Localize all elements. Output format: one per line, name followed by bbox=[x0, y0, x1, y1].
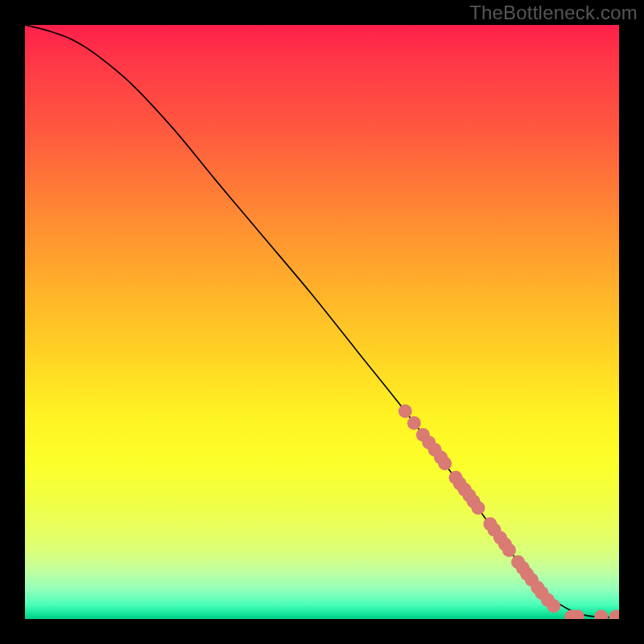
sample-point bbox=[438, 456, 452, 470]
sample-point bbox=[407, 416, 421, 430]
sample-point bbox=[609, 610, 619, 619]
sample-point bbox=[594, 610, 608, 619]
sample-point bbox=[472, 501, 485, 514]
sample-point bbox=[502, 543, 516, 557]
bottleneck-curve bbox=[25, 25, 619, 617]
chart-svg bbox=[25, 25, 619, 619]
sample-points-group bbox=[398, 404, 619, 619]
chart-frame: TheBottleneck.com bbox=[0, 0, 644, 644]
watermark-text: TheBottleneck.com bbox=[469, 2, 638, 24]
chart-plot-area bbox=[25, 25, 619, 619]
sample-point bbox=[547, 599, 560, 613]
sample-point bbox=[398, 404, 412, 418]
